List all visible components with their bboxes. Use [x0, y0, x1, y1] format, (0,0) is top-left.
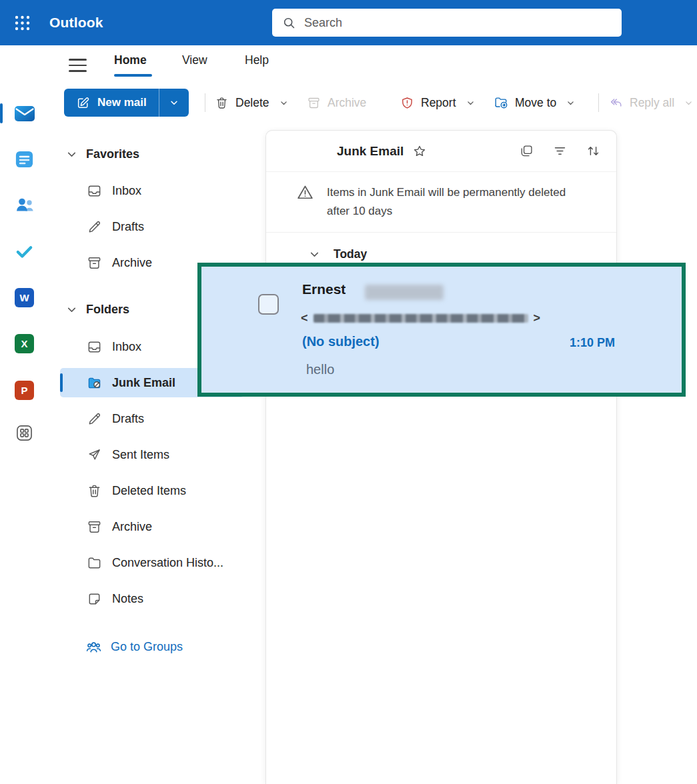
new-mail-button[interactable]: New mail	[64, 89, 159, 117]
report-shield-icon	[400, 96, 414, 110]
rail-item-word[interactable]: W	[0, 283, 49, 312]
folder-pane: Favorites Inbox Drafts Archive Folders	[49, 127, 265, 784]
junk-email-folder-icon	[87, 375, 102, 391]
app-title: Outlook	[49, 15, 103, 31]
rail-item-people[interactable]	[0, 190, 49, 219]
report-button[interactable]: Report	[400, 91, 475, 115]
redacted-email-address	[313, 314, 528, 323]
trash-icon	[87, 483, 102, 499]
folder-item-archive[interactable]: Archive	[60, 512, 244, 541]
folder-title: Junk Email	[337, 144, 404, 159]
go-to-groups-link[interactable]: Go to Groups	[60, 632, 244, 661]
message-list-actions	[520, 144, 600, 158]
folder-label: Drafts	[112, 220, 144, 234]
select-messages-icon[interactable]	[520, 144, 534, 158]
tab-view[interactable]: View	[182, 53, 207, 67]
search-bar[interactable]	[272, 9, 622, 37]
inbox-icon	[87, 339, 102, 355]
waffle-icon	[13, 14, 31, 32]
tab-home[interactable]: Home	[114, 53, 147, 67]
folder-item-notes[interactable]: Notes	[60, 584, 244, 613]
more-apps-icon	[15, 423, 34, 443]
new-mail-dropdown-button[interactable]	[159, 89, 189, 117]
word-icon: W	[15, 288, 34, 307]
message-sender-address: < >	[301, 309, 540, 327]
delete-label: Delete	[235, 96, 269, 110]
inbox-icon	[87, 183, 102, 199]
favorite-item-drafts[interactable]: Drafts	[60, 212, 244, 241]
search-input[interactable]	[304, 16, 612, 30]
chevron-down-icon	[169, 98, 179, 107]
folder-item-deleted-items[interactable]: Deleted Items	[60, 476, 244, 505]
top-bar: Outlook	[0, 0, 697, 45]
folder-item-sent-items[interactable]: Sent Items	[60, 440, 244, 469]
move-to-button[interactable]: Move to	[494, 91, 575, 115]
groups-people-icon	[85, 639, 102, 655]
powerpoint-icon: P	[15, 381, 34, 400]
reply-all-button: Reply all	[608, 91, 693, 115]
chevron-down-icon	[684, 99, 693, 107]
favorites-section-header[interactable]: Favorites	[60, 139, 244, 169]
message-list-pane: Junk Email Items in Junk Email will	[265, 130, 617, 784]
message-time: 1:10 PM	[570, 336, 615, 350]
rail-item-outlook[interactable]	[0, 99, 49, 128]
redacted-text	[365, 285, 444, 300]
ribbon-tab-row: Home View Help	[49, 45, 697, 87]
go-to-groups-label: Go to Groups	[111, 640, 183, 654]
archive-label: Archive	[327, 96, 366, 110]
delete-button[interactable]: Delete	[215, 91, 288, 115]
outlook-app: Outlook	[0, 0, 697, 784]
archive-icon	[87, 519, 102, 535]
folder-label: Notes	[112, 592, 143, 606]
folders-header-label: Folders	[86, 303, 129, 317]
sent-plane-icon	[87, 447, 102, 463]
chevron-down-icon	[566, 99, 575, 107]
folder-label: Junk Email	[112, 376, 175, 390]
toolbar-separator	[205, 93, 205, 112]
message-checkbox[interactable]	[258, 294, 279, 315]
chevron-down-icon	[66, 304, 77, 315]
rail-item-powerpoint[interactable]: P	[0, 375, 49, 405]
chevron-down-icon	[279, 99, 288, 107]
message-list-item-highlighted[interactable]: Ernest < > (No subject) 1:10 PM hello	[197, 263, 686, 397]
drafts-pencil-icon	[87, 411, 102, 427]
app-rail: W X P	[0, 45, 49, 784]
message-sender: Ernest	[302, 281, 345, 297]
search-icon	[282, 16, 296, 30]
favorite-star-icon[interactable]	[412, 144, 427, 159]
message-list-header: Junk Email	[266, 131, 616, 172]
reply-all-label: Reply all	[630, 96, 674, 110]
filter-icon[interactable]	[553, 144, 567, 158]
folder-label: Conversation Histo...	[112, 556, 223, 570]
folder-label: Deleted Items	[112, 484, 186, 498]
rail-item-calendar[interactable]	[0, 144, 49, 173]
folder-label: Sent Items	[112, 448, 169, 462]
favorites-header-label: Favorites	[86, 147, 139, 161]
folder-label: Archive	[112, 520, 152, 534]
archive-icon	[307, 96, 321, 110]
sort-icon[interactable]	[586, 144, 600, 158]
folder-label: Inbox	[112, 184, 141, 198]
report-label: Report	[421, 96, 456, 110]
new-mail-split-button[interactable]: New mail	[64, 89, 189, 117]
rail-item-todo[interactable]	[0, 236, 49, 265]
folder-item-drafts[interactable]: Drafts	[60, 404, 244, 433]
reply-all-icon	[608, 95, 623, 110]
outlook-mail-icon	[13, 101, 37, 125]
todo-check-icon	[14, 241, 35, 261]
favorite-item-inbox[interactable]: Inbox	[60, 176, 244, 205]
app-launcher-button[interactable]	[0, 0, 44, 45]
calendar-icon	[14, 149, 35, 169]
chevron-down-icon	[66, 149, 77, 160]
hamburger-menu-button[interactable]	[69, 59, 87, 72]
date-group-label: Today	[333, 247, 367, 261]
excel-icon: X	[15, 334, 34, 353]
tab-help[interactable]: Help	[245, 53, 269, 67]
folder-label: Archive	[112, 256, 152, 270]
message-preview: hello	[306, 362, 334, 377]
address-bracket-open: <	[301, 311, 308, 325]
folder-item-conversation-history[interactable]: Conversation Histo...	[60, 548, 244, 577]
folder-label: Inbox	[112, 340, 141, 354]
rail-item-excel[interactable]: X	[0, 329, 49, 358]
rail-item-more-apps[interactable]	[0, 418, 49, 447]
